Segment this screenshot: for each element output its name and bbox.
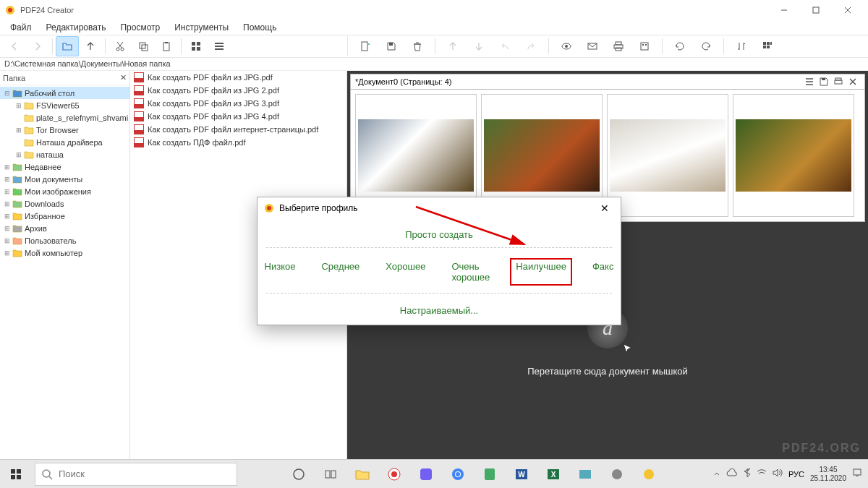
redo-button[interactable] <box>519 36 542 56</box>
dialog-close-button[interactable]: ✕ <box>595 198 615 218</box>
expand-icon[interactable]: ⊞ <box>3 176 12 183</box>
email-button[interactable] <box>581 36 604 56</box>
expand-icon[interactable]: ⊞ <box>3 225 12 232</box>
task-explorer-icon[interactable] <box>348 460 377 489</box>
fax-button[interactable] <box>633 36 656 56</box>
view-list-button[interactable] <box>208 36 231 56</box>
new-doc-button[interactable] <box>354 36 377 56</box>
tree-item[interactable]: ⊞Недавнее <box>0 160 129 173</box>
doc-menu-icon[interactable] <box>802 75 817 88</box>
task-app2-icon[interactable] <box>571 460 600 489</box>
tree-item[interactable]: ⊞Мои документы <box>0 173 129 185</box>
tray-bluetooth-icon[interactable] <box>744 468 751 480</box>
task-calculator-icon[interactable] <box>475 460 504 489</box>
quality-option[interactable]: Факс <box>587 258 619 286</box>
sort-button[interactable] <box>730 36 753 56</box>
preview-button[interactable] <box>555 36 578 56</box>
dialog-custom-link[interactable]: Настраиваемый... <box>258 301 621 316</box>
tray-notifications-icon[interactable] <box>852 468 862 480</box>
tree-item[interactable]: ⊞Пользователь <box>0 234 129 247</box>
task-excel-icon[interactable]: X <box>539 460 568 489</box>
page-thumbnail[interactable] <box>607 94 728 217</box>
task-viber-icon[interactable] <box>412 460 441 489</box>
file-item[interactable]: Как создать ПДФ файл.pdf <box>130 136 346 149</box>
quality-option[interactable]: Среднее <box>315 258 365 286</box>
minimize-button[interactable] <box>768 0 800 20</box>
tree-item[interactable]: ⊞Архив <box>0 222 129 234</box>
task-taskview-icon[interactable] <box>316 460 345 489</box>
tree-item[interactable]: ⊞наташа <box>0 148 129 160</box>
nav-up-button[interactable] <box>79 36 102 56</box>
task-pdf24-icon[interactable] <box>634 460 663 489</box>
rotate-button[interactable] <box>668 36 692 56</box>
view-mode-button[interactable] <box>756 36 779 56</box>
delete-button[interactable] <box>406 36 429 56</box>
copy-button[interactable] <box>132 36 155 56</box>
expand-icon[interactable]: ⊞ <box>3 163 12 171</box>
quality-option[interactable]: Наилучшее <box>510 258 572 286</box>
search-input[interactable] <box>59 468 231 479</box>
maximize-button[interactable] <box>800 0 832 20</box>
tray-cloud-icon[interactable] <box>726 468 738 479</box>
tray-wifi-icon[interactable] <box>757 468 767 479</box>
tree-item[interactable]: ⊞Избранное <box>0 210 129 222</box>
start-button[interactable] <box>0 460 32 489</box>
menu-view[interactable]: Просмотр <box>113 21 167 34</box>
expand-icon[interactable]: ⊞ <box>3 213 12 220</box>
doc-print-icon[interactable] <box>831 75 846 88</box>
tree-item[interactable]: ⊞Tor Browser <box>0 124 129 136</box>
tree-item[interactable]: ⊞Мой компьютер <box>0 247 129 259</box>
tray-volume-icon[interactable] <box>773 468 783 479</box>
dialog-create-link[interactable]: Просто создать <box>258 225 621 247</box>
move-down-button[interactable] <box>467 36 490 56</box>
tree-item[interactable]: ⊟Рабочий стол <box>0 87 129 99</box>
expand-icon[interactable]: ⊞ <box>3 237 12 244</box>
undo-button[interactable] <box>493 36 516 56</box>
quality-option[interactable]: Хорошее <box>380 258 431 286</box>
expand-icon[interactable]: ⊞ <box>14 127 23 134</box>
task-app3-icon[interactable] <box>603 460 631 489</box>
file-item[interactable]: Как создать PDF файл интернет-страницы.p… <box>130 123 346 136</box>
tray-language[interactable]: РУС <box>788 470 804 479</box>
menu-tools[interactable]: Инструменты <box>167 21 236 34</box>
task-chrome-icon[interactable] <box>443 460 472 489</box>
tray-clock[interactable]: 13:45 25.11.2020 <box>810 466 846 483</box>
menu-help[interactable]: Помощь <box>236 21 284 34</box>
task-cortana-icon[interactable] <box>284 460 313 489</box>
expand-icon[interactable]: ⊞ <box>3 188 12 195</box>
task-word-icon[interactable]: W <box>507 460 536 489</box>
tree-item[interactable]: Наташа драйвера <box>0 136 129 148</box>
expand-icon[interactable]: ⊞ <box>3 200 12 207</box>
menu-edit[interactable]: Редактировать <box>39 21 114 34</box>
quality-option[interactable]: Очень хорошее <box>446 258 495 286</box>
close-panel-icon[interactable]: ✕ <box>120 73 127 82</box>
tree-item[interactable]: ⊞FSViewer65 <box>0 99 129 111</box>
paste-button[interactable] <box>155 36 178 56</box>
quality-option[interactable]: Низкое <box>259 258 302 286</box>
view-grid-button[interactable] <box>184 36 208 56</box>
expand-icon[interactable]: ⊞ <box>14 151 23 158</box>
tray-chevron-icon[interactable] <box>713 469 720 479</box>
page-thumbnail[interactable] <box>733 94 854 217</box>
nav-forward-button[interactable] <box>26 36 49 56</box>
menu-file[interactable]: Файл <box>3 21 39 34</box>
file-item[interactable]: Как создать PDF файл из JPG.pdf <box>130 71 346 84</box>
save-button[interactable] <box>380 36 403 56</box>
expand-icon[interactable]: ⊟ <box>3 90 12 97</box>
doc-close-icon[interactable] <box>846 75 860 88</box>
move-up-button[interactable] <box>441 36 464 56</box>
print-button[interactable] <box>607 36 630 56</box>
doc-save-icon[interactable] <box>817 75 831 88</box>
rotate-cw-button[interactable] <box>694 36 718 56</box>
cut-button[interactable] <box>109 36 132 56</box>
expand-icon[interactable]: ⊞ <box>3 249 12 257</box>
tree-item[interactable]: ⊞Downloads <box>0 197 129 210</box>
taskbar-search[interactable] <box>35 463 237 486</box>
tree-item[interactable]: plate_s_relefnymi_shvami <box>0 111 129 124</box>
close-button[interactable] <box>832 0 864 20</box>
file-item[interactable]: Как создать PDF файл из JPG 2.pdf <box>130 84 346 97</box>
nav-back-button[interactable] <box>3 36 26 56</box>
folder-open-button[interactable] <box>56 36 79 56</box>
file-item[interactable]: Как создать PDF файл из JPG 4.pdf <box>130 110 346 123</box>
tree-item[interactable]: ⊞Мои изображения <box>0 185 129 197</box>
